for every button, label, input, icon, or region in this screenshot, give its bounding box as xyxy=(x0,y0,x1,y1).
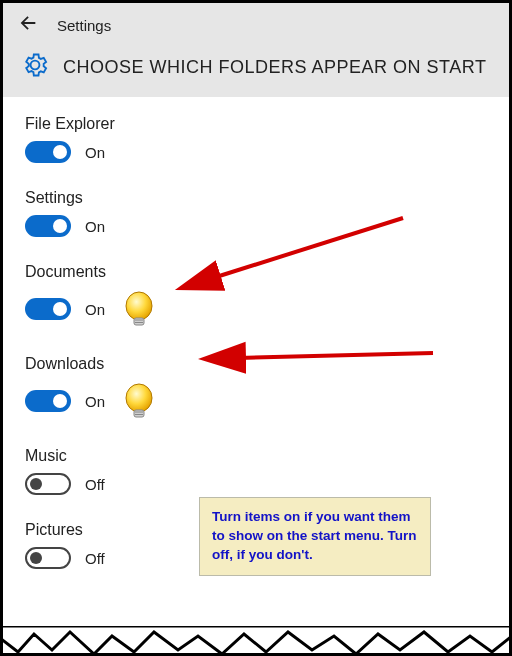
gear-icon xyxy=(21,51,49,83)
setting-label: Downloads xyxy=(25,355,487,373)
setting-item: SettingsOn xyxy=(25,189,487,237)
svg-point-0 xyxy=(126,292,152,320)
toggle-state-label: Off xyxy=(85,550,105,567)
setting-label: Music xyxy=(25,447,487,465)
torn-edge xyxy=(0,626,512,656)
lightbulb-icon xyxy=(119,289,159,329)
svg-rect-1 xyxy=(134,318,144,325)
toggle-state-label: On xyxy=(85,393,105,410)
header-bar: Settings CHOOSE WHICH FOLDERS APPEAR ON … xyxy=(3,3,509,97)
lightbulb-icon xyxy=(119,381,159,421)
toggle-downloads[interactable] xyxy=(25,390,71,412)
setting-label: Settings xyxy=(25,189,487,207)
setting-item: DocumentsOn xyxy=(25,263,487,329)
setting-label: File Explorer xyxy=(25,115,487,133)
toggle-state-label: On xyxy=(85,301,105,318)
toggle-settings[interactable] xyxy=(25,215,71,237)
toggle-state-label: On xyxy=(85,144,105,161)
page-title: CHOOSE WHICH FOLDERS APPEAR ON START xyxy=(63,57,486,78)
svg-rect-5 xyxy=(134,410,144,417)
toggle-file-explorer[interactable] xyxy=(25,141,71,163)
setting-item: DownloadsOn xyxy=(25,355,487,421)
toggle-music[interactable] xyxy=(25,473,71,495)
tip-note: Turn items on if you want them to show o… xyxy=(199,497,431,576)
setting-item: File ExplorerOn xyxy=(25,115,487,163)
toggle-pictures[interactable] xyxy=(25,547,71,569)
back-icon[interactable] xyxy=(17,12,39,38)
setting-item: MusicOff xyxy=(25,447,487,495)
svg-point-4 xyxy=(126,384,152,412)
toggle-state-label: On xyxy=(85,218,105,235)
settings-list: File ExplorerOnSettingsOnDocumentsOnDown… xyxy=(3,97,509,569)
toggle-state-label: Off xyxy=(85,476,105,493)
setting-label: Documents xyxy=(25,263,487,281)
app-title: Settings xyxy=(57,17,111,34)
toggle-documents[interactable] xyxy=(25,298,71,320)
